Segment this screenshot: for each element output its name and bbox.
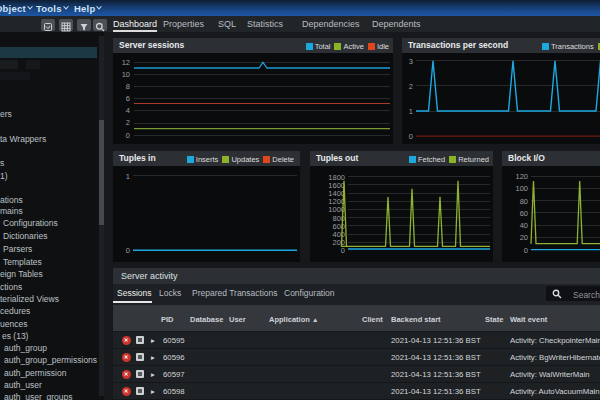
svg-text:1: 1 <box>126 172 130 181</box>
svg-text:0: 0 <box>126 131 130 140</box>
svg-text:40: 40 <box>520 221 528 230</box>
svg-text:0: 0 <box>409 132 413 141</box>
svg-text:20: 20 <box>520 233 528 242</box>
svg-text:0: 0 <box>341 246 345 255</box>
svg-text:2: 2 <box>409 82 413 91</box>
svg-text:6: 6 <box>126 94 130 103</box>
svg-text:3: 3 <box>409 57 413 66</box>
svg-text:10: 10 <box>122 70 130 79</box>
svg-text:80: 80 <box>520 197 528 206</box>
svg-text:12: 12 <box>122 58 130 67</box>
svg-text:60: 60 <box>520 209 528 218</box>
svg-text:4: 4 <box>126 106 130 115</box>
svg-text:120: 120 <box>515 172 528 181</box>
svg-text:0: 0 <box>524 246 528 255</box>
svg-text:1: 1 <box>409 107 413 116</box>
svg-text:2: 2 <box>126 118 130 127</box>
svg-text:100: 100 <box>515 184 528 193</box>
svg-text:0: 0 <box>126 246 130 255</box>
svg-text:8: 8 <box>126 82 130 91</box>
